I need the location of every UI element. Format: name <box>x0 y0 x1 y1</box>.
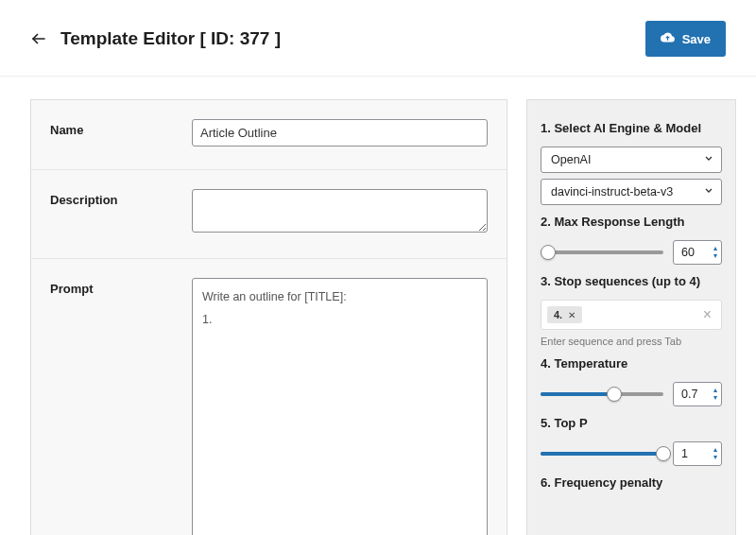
number-spinner[interactable]: ▴▾ <box>713 387 717 402</box>
save-button-label: Save <box>682 32 711 46</box>
maxlen-input[interactable]: 60 ▴▾ <box>673 240 722 265</box>
form-panel: Name Description Prompt <box>30 99 507 535</box>
model-select[interactable]: davinci-instruct-beta-v3 <box>541 179 722 205</box>
page-header: Template Editor [ ID: 377 ] Save <box>0 0 756 77</box>
temperature-row: 0.7 ▴▾ <box>541 382 722 406</box>
model-select-wrap: davinci-instruct-beta-v3 <box>541 179 722 205</box>
prompt-control <box>192 278 488 535</box>
description-textarea[interactable] <box>192 189 488 233</box>
prompt-textarea[interactable] <box>192 278 488 535</box>
page-title: Template Editor [ ID: 377 ] <box>60 28 281 49</box>
back-arrow-icon[interactable] <box>30 30 47 47</box>
cloud-upload-icon <box>661 30 675 47</box>
section-maxlen-heading: 2. Max Response Length <box>541 215 722 229</box>
slider-thumb[interactable] <box>607 387 622 402</box>
topp-value: 1 <box>678 447 688 460</box>
name-row: Name <box>31 100 507 170</box>
temperature-value: 0.7 <box>678 388 697 401</box>
description-label: Description <box>50 189 192 207</box>
engine-select[interactable]: OpenAI <box>541 147 722 173</box>
temperature-input[interactable]: 0.7 ▴▾ <box>673 382 722 406</box>
slider-thumb[interactable] <box>541 245 556 260</box>
header-left: Template Editor [ ID: 377 ] <box>30 28 281 49</box>
maxlen-value: 60 <box>678 246 695 259</box>
section-engine-heading: 1. Select AI Engine & Model <box>541 121 722 135</box>
topp-input[interactable]: 1 ▴▾ <box>673 441 722 466</box>
section-topp-heading: 5. Top P <box>541 416 722 430</box>
maxlen-row: 60 ▴▾ <box>541 240 722 265</box>
name-label: Name <box>50 119 192 137</box>
engine-select-wrap: OpenAI <box>541 147 722 173</box>
name-control <box>192 119 488 147</box>
section-freqpen-heading: 6. Frequency penalty <box>541 475 722 490</box>
section-stop-heading: 3. Stop sequences (up to 4) <box>541 274 722 288</box>
description-control <box>192 189 488 235</box>
save-button[interactable]: Save <box>645 21 726 57</box>
description-row: Description <box>31 170 507 259</box>
prompt-label: Prompt <box>50 278 192 296</box>
temperature-slider[interactable] <box>541 392 663 396</box>
name-input[interactable] <box>192 119 488 147</box>
stop-chip: 4. ✕ <box>547 306 582 323</box>
number-spinner[interactable]: ▴▾ <box>713 446 717 461</box>
number-spinner[interactable]: ▴▾ <box>713 245 717 260</box>
prompt-row: Prompt <box>31 259 507 535</box>
stop-hint: Enter sequence and press Tab <box>541 336 722 347</box>
content-area: Name Description Prompt 1. Select AI Eng… <box>0 77 756 535</box>
clear-icon[interactable]: × <box>703 306 715 323</box>
stop-sequence-input[interactable]: 4. ✕ × <box>541 300 722 330</box>
settings-panel: 1. Select AI Engine & Model OpenAI davin… <box>526 99 736 535</box>
topp-slider[interactable] <box>541 452 663 456</box>
chip-remove-icon[interactable]: ✕ <box>568 310 576 320</box>
slider-thumb[interactable] <box>656 446 671 461</box>
topp-row: 1 ▴▾ <box>541 441 722 466</box>
section-temperature-heading: 4. Temperature <box>541 356 722 371</box>
maxlen-slider[interactable] <box>541 250 663 254</box>
stop-chip-label: 4. <box>554 309 562 320</box>
